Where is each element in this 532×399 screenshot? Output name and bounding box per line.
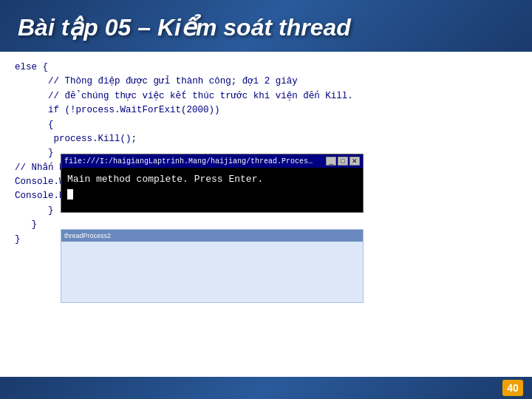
terminal-window: file:///I:/haigiangLaptrinh.Mang/haijian…	[61, 154, 364, 213]
page-number: 40	[502, 380, 523, 396]
minimize-button[interactable]: _	[326, 157, 336, 166]
second-panel-body	[61, 242, 363, 250]
terminal-content: Main method complete. Press Enter.	[61, 168, 363, 212]
second-panel: threadProcess2	[61, 229, 364, 303]
terminal-output-line1: Main method complete. Press Enter.	[67, 174, 263, 185]
second-panel-header: threadProcess2	[61, 230, 363, 242]
main-content: else { // Thông điệp được gửi thành công…	[0, 52, 532, 253]
close-button[interactable]: ✕	[349, 157, 360, 166]
header: Bài tập 05 – Kiểm soát thread	[0, 0, 532, 52]
page-title: Bài tập 05 – Kiểm soát thread	[18, 14, 351, 41]
terminal-controls: _ □ ✕	[326, 157, 360, 166]
terminal-titlebar: file:///I:/haigiangLaptrinh.Mang/haijian…	[61, 154, 363, 168]
footer: 40	[0, 377, 532, 399]
terminal-cursor	[67, 189, 73, 200]
second-panel-title: threadProcess2	[64, 232, 111, 239]
terminal-title: file:///I:/haigiangLaptrinh.Mang/haijian…	[64, 157, 316, 166]
maximize-button[interactable]: □	[338, 157, 348, 166]
